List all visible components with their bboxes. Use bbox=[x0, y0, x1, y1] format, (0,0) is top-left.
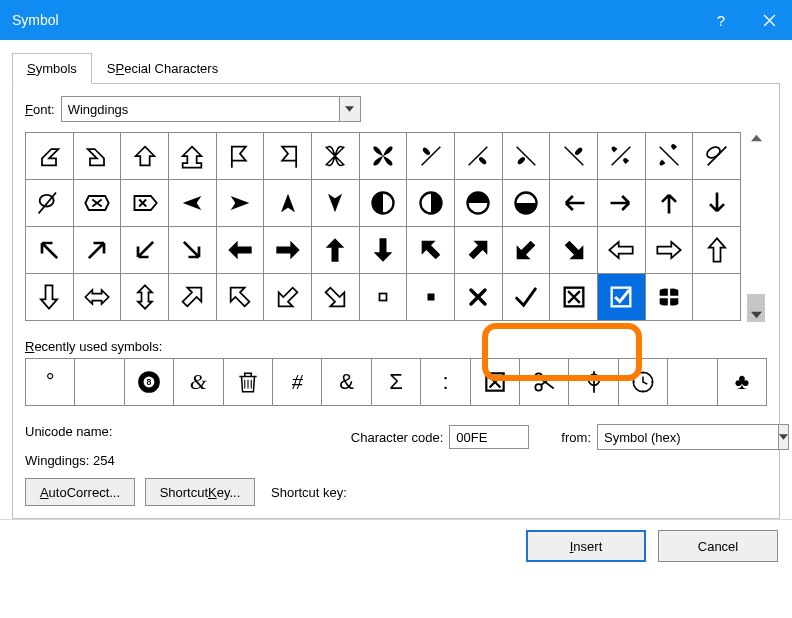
wingding-check-mark[interactable] bbox=[502, 274, 550, 321]
tab-special-characters[interactable]: SPecial Characters bbox=[92, 53, 233, 84]
wingding-half-circle-bottom[interactable] bbox=[502, 180, 550, 227]
from-combo[interactable] bbox=[597, 424, 767, 450]
wingding-arrow-right-outline[interactable] bbox=[645, 227, 693, 274]
wingding-square-small-filled[interactable] bbox=[407, 274, 455, 321]
scroll-track[interactable] bbox=[745, 146, 767, 307]
font-label: Font: bbox=[25, 102, 55, 117]
wingding-forward-arrow-outline[interactable] bbox=[73, 133, 121, 180]
wingding-arrow-up-left-outline[interactable] bbox=[216, 274, 264, 321]
wingding-windows-logo[interactable] bbox=[645, 274, 693, 321]
wingding-arrow-up-right[interactable] bbox=[73, 227, 121, 274]
club-symbol[interactable]: ♣ bbox=[718, 359, 766, 405]
wingding-arrow-down-right[interactable] bbox=[168, 227, 216, 274]
wingding-arrow-up-left[interactable] bbox=[26, 227, 74, 274]
sigma-symbol[interactable]: Σ bbox=[372, 359, 421, 405]
wingding-arrow-down-bold[interactable] bbox=[359, 227, 407, 274]
cancel-button[interactable]: Cancel bbox=[658, 530, 778, 562]
wingding-arrow-down[interactable] bbox=[693, 180, 741, 227]
wingding-petals-filled[interactable] bbox=[359, 133, 407, 180]
scroll-down-button[interactable] bbox=[745, 309, 767, 321]
dialog-footer: Insert Cancel bbox=[0, 519, 792, 572]
wingding-box-x[interactable] bbox=[550, 274, 598, 321]
wingding-up-page-arrow-alt[interactable] bbox=[168, 133, 216, 180]
box-x-symbol[interactable] bbox=[471, 359, 520, 405]
wingding-arrow-down-left[interactable] bbox=[121, 227, 169, 274]
font-combo[interactable] bbox=[61, 96, 361, 122]
wingding-arrow-left-outline[interactable] bbox=[597, 227, 645, 274]
tab-bar: Symbols SPecial Characters bbox=[12, 52, 780, 83]
symbol-grid-scrollbar[interactable] bbox=[745, 132, 767, 321]
wingding-box-check[interactable] bbox=[597, 274, 645, 321]
clock-symbol[interactable] bbox=[619, 359, 668, 405]
wingding-cursor-down[interactable] bbox=[311, 180, 359, 227]
wingding-arrow-up-left-bold[interactable] bbox=[407, 227, 455, 274]
wingding-no-symbol[interactable] bbox=[26, 180, 74, 227]
wingding-back-arrow-outline[interactable] bbox=[26, 133, 74, 180]
eight-ball-symbol[interactable] bbox=[125, 359, 174, 405]
wingding-up-page-arrow[interactable] bbox=[121, 133, 169, 180]
wingding-half-circle-right[interactable] bbox=[407, 180, 455, 227]
wingding-flag-outline-right[interactable] bbox=[264, 133, 312, 180]
wingding-arrow-up-right-outline[interactable] bbox=[168, 274, 216, 321]
ampersand-sans[interactable]: & bbox=[322, 359, 371, 405]
wingding-square-small-outline[interactable] bbox=[359, 274, 407, 321]
tab-symbols[interactable]: Symbols bbox=[12, 53, 92, 84]
from-input[interactable] bbox=[597, 424, 778, 450]
font-dropdown-button[interactable] bbox=[339, 96, 361, 122]
wingding-arrow-left-bold[interactable] bbox=[216, 227, 264, 274]
wingding-cursor-left[interactable] bbox=[168, 180, 216, 227]
colon-symbol[interactable]: : bbox=[421, 359, 470, 405]
wingding-x-mark[interactable] bbox=[454, 274, 502, 321]
wingding-arrow-right-bold[interactable] bbox=[264, 227, 312, 274]
wingding-leaf-slash-6[interactable] bbox=[645, 133, 693, 180]
wingding-arrow-down-left-bold[interactable] bbox=[502, 227, 550, 274]
hash-symbol[interactable]: # bbox=[273, 359, 322, 405]
close-button[interactable] bbox=[746, 0, 792, 40]
insert-button[interactable]: Insert bbox=[526, 530, 646, 562]
wingding-arrow-up-bold[interactable] bbox=[311, 227, 359, 274]
wingding-cursor-up[interactable] bbox=[264, 180, 312, 227]
trash-icon[interactable] bbox=[224, 359, 273, 405]
wingding-arrow-left-right-outline[interactable] bbox=[73, 274, 121, 321]
wingding-arrow-right[interactable] bbox=[597, 180, 645, 227]
wingding-leaf-slash-5[interactable] bbox=[597, 133, 645, 180]
recent-heading: Recently used symbols: bbox=[25, 339, 767, 354]
wingding-leaf-slash-7[interactable] bbox=[693, 133, 741, 180]
wingding-leaf-slash-3[interactable] bbox=[502, 133, 550, 180]
unicode-name-label: Unicode name: bbox=[25, 424, 115, 439]
wingding-hex-forward[interactable] bbox=[121, 180, 169, 227]
wingding-delete-hex[interactable] bbox=[73, 180, 121, 227]
wingding-cursor-right[interactable] bbox=[216, 180, 264, 227]
wingding-arrow-up-right-bold[interactable] bbox=[454, 227, 502, 274]
font-input[interactable] bbox=[61, 96, 339, 122]
scroll-up-button[interactable] bbox=[745, 132, 767, 144]
blank[interactable] bbox=[75, 359, 124, 405]
wingding-leaf-slash-4[interactable] bbox=[550, 133, 598, 180]
wingding-arrow-down-right-outline[interactable] bbox=[311, 274, 359, 321]
wingding-blank[interactable] bbox=[693, 274, 741, 321]
wingding-petals-outline[interactable] bbox=[311, 133, 359, 180]
wingding-arrow-down-right-bold[interactable] bbox=[550, 227, 598, 274]
wingding-leaf-slash-2[interactable] bbox=[454, 133, 502, 180]
wingding-half-circle-left[interactable] bbox=[359, 180, 407, 227]
wingding-arrow-up-outline[interactable] bbox=[693, 227, 741, 274]
scissors-symbol[interactable] bbox=[520, 359, 569, 405]
ampersand-script[interactable]: & bbox=[174, 359, 223, 405]
shortcut-key-button[interactable]: Shortcut Key... bbox=[145, 478, 255, 506]
help-button[interactable]: ? bbox=[698, 0, 744, 40]
wingding-half-circle-top[interactable] bbox=[454, 180, 502, 227]
from-dropdown-button[interactable] bbox=[778, 424, 789, 450]
wingding-arrow-down-outline[interactable] bbox=[26, 274, 74, 321]
celtic-cross-symbol[interactable] bbox=[569, 359, 618, 405]
autocorrect-button[interactable]: AutoCorrect... bbox=[25, 478, 135, 506]
tab-label: ymbols bbox=[36, 61, 77, 76]
wingding-arrow-up-down-outline[interactable] bbox=[121, 274, 169, 321]
wingding-arrow-left[interactable] bbox=[550, 180, 598, 227]
degree-symbol[interactable]: ° bbox=[26, 359, 75, 405]
wingding-flag-outline[interactable] bbox=[216, 133, 264, 180]
wingding-leaf-slash[interactable] bbox=[407, 133, 455, 180]
blank-2[interactable] bbox=[668, 359, 717, 405]
character-code-input[interactable] bbox=[449, 425, 529, 449]
wingding-arrow-up[interactable] bbox=[645, 180, 693, 227]
wingding-arrow-down-left-outline[interactable] bbox=[264, 274, 312, 321]
